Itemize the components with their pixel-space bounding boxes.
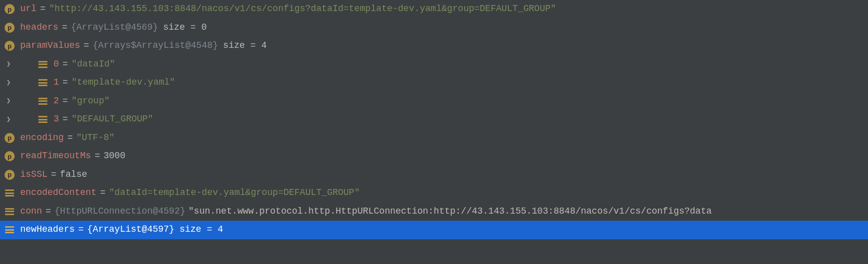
var-row-conn[interactable]: conn = {HttpURLConnection@4592} "sun.net… — [0, 203, 868, 221]
var-name: url — [20, 2, 36, 17]
var-name: readTimeoutMs — [20, 149, 91, 164]
var-row-encoding[interactable]: p encoding = "UTF-8" — [0, 129, 868, 148]
var-row-readtimeoutms[interactable]: p readTimeoutMs = 3000 — [0, 147, 868, 166]
equals-sign: = — [59, 20, 71, 35]
var-obj: {HttpURLConnection@4592} — [55, 204, 185, 219]
var-size: size = 0 — [163, 20, 206, 35]
var-row-headers[interactable]: p headers = {ArrayList@4569} size = 0 — [0, 19, 868, 37]
param-icon: p — [4, 133, 15, 144]
equals-sign: = — [59, 75, 72, 90]
var-name: encoding — [20, 130, 64, 146]
var-row-paramvalues[interactable]: p paramValues = {Arrays$ArrayList@4548} … — [0, 37, 868, 55]
var-row-newheaders[interactable]: newHeaders = {ArrayList@4597} size = 4 — [0, 221, 868, 239]
var-value: "dataId" — [72, 57, 115, 72]
var-tostring: "sun.net.www.protocol.http.HttpURLConnec… — [188, 204, 712, 219]
var-name: conn — [20, 204, 42, 219]
param-icon: p — [4, 22, 15, 33]
var-value: 3000 — [103, 149, 125, 164]
var-value: "dataId=template-dev.yaml&group=DEFAULT_… — [109, 185, 360, 201]
equals-sign: = — [64, 130, 76, 146]
expand-chevron-icon[interactable]: ❯ — [4, 95, 13, 107]
var-row-index-2[interactable]: ❯ 2 = "group" — [0, 92, 868, 111]
var-size: size = 4 — [223, 38, 266, 53]
element-icon — [37, 114, 48, 125]
var-row-encodedcontent[interactable]: encodedContent = "dataId=template-dev.ya… — [0, 184, 868, 203]
var-value: "http://43.143.155.103:8848/nacos/v1/cs/… — [49, 2, 556, 17]
var-obj: {ArrayList@4569} — [71, 20, 158, 35]
var-value: "DEFAULT_GROUP" — [72, 112, 153, 127]
var-name: 2 — [53, 94, 59, 109]
element-icon — [37, 59, 48, 70]
element-icon — [4, 224, 15, 235]
var-name: 1 — [53, 75, 59, 90]
equals-sign: = — [47, 167, 60, 182]
expand-chevron-icon[interactable]: ❯ — [4, 114, 13, 125]
var-size: size = 4 — [180, 222, 223, 237]
param-icon: p — [4, 169, 15, 180]
var-name: headers — [20, 20, 59, 35]
param-icon: p — [4, 151, 15, 162]
var-row-url[interactable]: p url = "http://43.143.155.103:8848/naco… — [0, 0, 868, 19]
var-name: 0 — [53, 57, 59, 72]
element-icon — [4, 187, 15, 199]
param-icon: p — [4, 40, 15, 51]
var-name: encodedContent — [20, 185, 96, 201]
element-icon — [4, 206, 15, 217]
var-row-index-1[interactable]: ❯ 1 = "template-dev.yaml" — [0, 74, 868, 92]
equals-sign: = — [91, 149, 103, 164]
equals-sign: = — [80, 38, 93, 53]
var-row-index-3[interactable]: ❯ 3 = "DEFAULT_GROUP" — [0, 110, 868, 129]
equals-sign: = — [59, 57, 72, 72]
var-value: "UTF-8" — [76, 130, 115, 146]
var-value: false — [60, 167, 87, 182]
var-value: "template-dev.yaml" — [72, 75, 175, 90]
equals-sign: = — [59, 112, 72, 127]
var-name: paramValues — [20, 38, 80, 53]
var-row-index-0[interactable]: ❯ 0 = "dataId" — [0, 55, 868, 74]
var-name: isSSL — [20, 167, 47, 182]
var-obj: {Arrays$ArrayList@4548} — [93, 38, 218, 53]
expand-chevron-icon[interactable]: ❯ — [4, 77, 13, 89]
equals-sign: = — [42, 204, 55, 219]
param-icon: p — [4, 4, 15, 15]
equals-sign: = — [75, 222, 87, 237]
element-icon — [37, 96, 48, 107]
var-name: newHeaders — [20, 222, 75, 237]
var-row-isssl[interactable]: p isSSL = false — [0, 166, 868, 184]
expand-chevron-icon[interactable]: ❯ — [4, 58, 13, 70]
var-value: "group" — [72, 94, 110, 109]
var-name: 3 — [53, 112, 59, 127]
equals-sign: = — [96, 185, 109, 201]
var-obj: {ArrayList@4597} — [87, 222, 175, 237]
equals-sign: = — [59, 94, 72, 109]
equals-sign: = — [36, 2, 49, 17]
element-icon — [37, 77, 48, 88]
